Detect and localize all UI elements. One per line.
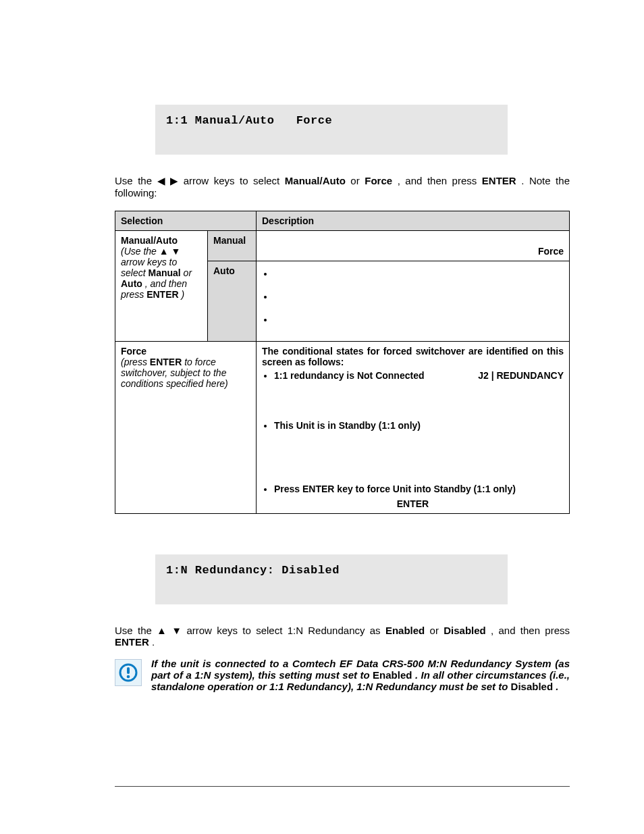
lcd1-line1: 1:1 Manual/Auto Force bbox=[166, 114, 497, 127]
up-arrow-icon: ▲ bbox=[157, 625, 167, 636]
text: or bbox=[430, 625, 444, 636]
force-word: Force bbox=[538, 246, 564, 257]
text: Manual bbox=[148, 267, 180, 278]
option-force: Force bbox=[365, 175, 392, 186]
list-item: This Unit is in Standby (1:1 only) bbox=[274, 420, 564, 471]
intro-paragraph-2: Use the ▲ ▼ arrow keys to select 1:N Red… bbox=[115, 625, 570, 648]
table-header-row: Selection Description bbox=[115, 211, 570, 231]
up-arrow-icon: ▲ bbox=[159, 246, 169, 257]
header-selection: Selection bbox=[115, 211, 257, 231]
lcd2-line1: 1:N Redundancy: Disabled bbox=[166, 564, 497, 577]
selection-manual-auto: Manual/Auto (Use the ▲ ▼ arrow keys to s… bbox=[115, 231, 208, 342]
footer-rule bbox=[115, 786, 570, 787]
table-row: Force (press ENTER to force switchover, … bbox=[115, 342, 570, 514]
intro-paragraph-1: Use the ◀ ▶ arrow keys to select Manual/… bbox=[115, 175, 570, 199]
bullet-text: This Unit is in Standby (1:1 only) bbox=[274, 420, 421, 431]
enter-centered: ENTER bbox=[397, 498, 429, 509]
lcd1-line2 bbox=[166, 127, 497, 140]
svg-point-2 bbox=[127, 675, 130, 679]
text: . bbox=[556, 681, 558, 692]
text: arrow keys to select bbox=[184, 175, 285, 186]
text: or bbox=[350, 175, 365, 186]
table-row: Manual/Auto (Use the ▲ ▼ arrow keys to s… bbox=[115, 231, 570, 261]
text: , and then press bbox=[491, 625, 570, 636]
list-item: Press ENTER key to force Unit into Stand… bbox=[274, 484, 564, 494]
force-lead: The conditional states for forced switch… bbox=[262, 346, 564, 367]
text: arrow keys to select 1:N Redundancy as bbox=[186, 625, 385, 636]
desc-force: The conditional states for forced switch… bbox=[257, 342, 570, 514]
enter-key-text: ENTER bbox=[482, 175, 516, 186]
lcd2-line2 bbox=[166, 577, 497, 590]
header-description: Description bbox=[257, 211, 570, 231]
enabled-text: Enabled bbox=[373, 669, 412, 681]
list-item bbox=[274, 314, 564, 325]
text: . bbox=[152, 636, 155, 648]
disabled-text: Disabled bbox=[511, 681, 554, 692]
document-page: 1:1 Manual/Auto Force Use the ◀ ▶ arrow … bbox=[0, 0, 644, 834]
desc-auto bbox=[257, 261, 570, 342]
selection-force: Force (press ENTER to force switchover, … bbox=[115, 342, 257, 514]
lcd-display-1: 1:1 Manual/Auto Force bbox=[155, 105, 508, 155]
list-item: 1:1 redundancy is Not Connected J2 | RED… bbox=[274, 370, 564, 408]
disabled-text: Disabled bbox=[444, 625, 486, 636]
text: Use the bbox=[115, 175, 157, 186]
text: Auto bbox=[121, 278, 142, 289]
mode-manual: Manual bbox=[208, 231, 257, 261]
selection-table: Selection Description Manual/Auto (Use t… bbox=[115, 211, 570, 514]
note-text: If the unit is connected to a Comtech EF… bbox=[151, 658, 570, 692]
text: Force bbox=[121, 346, 146, 357]
text: ) bbox=[181, 289, 184, 300]
down-arrow-icon: ▼ bbox=[171, 246, 181, 257]
svg-rect-1 bbox=[127, 667, 130, 674]
right-arrow-icon: ▶ bbox=[170, 175, 178, 187]
down-arrow-icon: ▼ bbox=[171, 625, 182, 636]
enter-key-text: ENTER bbox=[115, 636, 149, 648]
text: (press bbox=[121, 357, 150, 367]
desc-manual: Force bbox=[257, 231, 570, 261]
bullet-text: Press ENTER key to force Unit into Stand… bbox=[274, 484, 516, 494]
lcd-display-2: 1:N Redundancy: Disabled bbox=[155, 554, 508, 604]
bullet-text: 1:1 redundancy is Not Connected bbox=[274, 370, 424, 381]
text: , and then press bbox=[398, 175, 482, 186]
text: or bbox=[184, 267, 192, 278]
list-item bbox=[274, 291, 564, 302]
option-manual-auto: Manual/Auto bbox=[285, 175, 346, 186]
enabled-text: Enabled bbox=[385, 625, 425, 636]
mode-auto: Auto bbox=[208, 261, 257, 342]
j2-redundancy: J2 | REDUNDANCY bbox=[478, 370, 564, 381]
text: ENTER bbox=[146, 289, 178, 300]
text: Manual/Auto bbox=[121, 235, 178, 246]
text: ENTER bbox=[150, 357, 182, 367]
warning-note: If the unit is connected to a Comtech EF… bbox=[115, 658, 570, 692]
text: Use the bbox=[115, 625, 157, 636]
left-arrow-icon: ◀ bbox=[157, 175, 165, 187]
list-item bbox=[274, 268, 564, 279]
alert-icon bbox=[115, 659, 142, 686]
text: (Use the bbox=[121, 246, 159, 257]
